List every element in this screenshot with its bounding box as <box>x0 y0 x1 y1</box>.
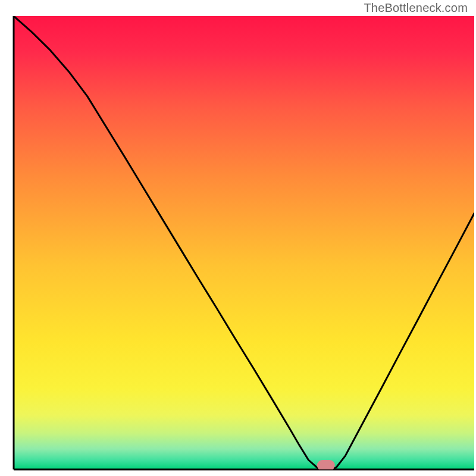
chart-frame: TheBottleneck.com <box>0 0 476 476</box>
chart-svg <box>0 0 476 476</box>
series-marker <box>317 460 335 471</box>
watermark-text: TheBottleneck.com <box>364 1 468 15</box>
chart-bg-gradient <box>14 16 474 469</box>
svg-rect-3 <box>317 460 335 471</box>
